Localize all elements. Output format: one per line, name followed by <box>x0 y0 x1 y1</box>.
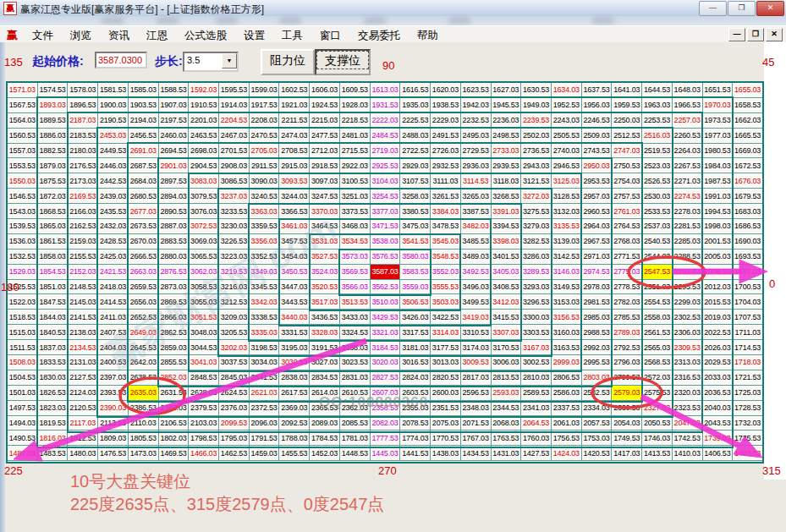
grid-cell[interactable]: 2691.03 <box>128 143 158 158</box>
grid-cell[interactable]: 3261.53 <box>431 189 461 204</box>
grid-cell[interactable]: 2978.03 <box>581 279 612 294</box>
grid-cell[interactable]: 1448.53 <box>339 446 370 461</box>
grid-cell[interactable]: 2211.53 <box>279 112 310 128</box>
grid-cell[interactable]: 3279.03 <box>521 219 552 234</box>
grid-cell[interactable]: 1994.53 <box>702 204 733 219</box>
grid-cell[interactable]: 2110.03 <box>128 415 158 431</box>
grid-cell[interactable]: 1970.03 <box>702 97 733 112</box>
grid-cell[interactable]: 1854.53 <box>37 264 68 279</box>
grid-cell[interactable]: 2460.03 <box>158 128 189 143</box>
grid-cell[interactable]: 2911.53 <box>249 158 279 173</box>
grid-cell[interactable]: 1609.53 <box>339 83 370 98</box>
grid-cell[interactable]: 3499.53 <box>460 294 491 310</box>
grid-cell[interactable]: 2502.03 <box>521 128 552 143</box>
grid-cell[interactable]: 3093.53 <box>279 173 310 189</box>
grid-cell[interactable]: 2775.03 <box>612 264 642 279</box>
minimize-button[interactable]: — <box>699 1 727 16</box>
grid-cell[interactable]: 1557.03 <box>8 143 38 158</box>
grid-cell[interactable]: 2621.03 <box>249 385 279 400</box>
grid-cell[interactable]: 1805.53 <box>128 431 158 446</box>
grid-cell[interactable]: 1445.03 <box>370 446 400 461</box>
grid-cell[interactable]: 3149.53 <box>551 279 581 294</box>
grid-cell[interactable]: 3583.53 <box>400 264 431 279</box>
grid-cell[interactable]: 1480.03 <box>68 446 98 461</box>
grid-cell[interactable]: 1595.53 <box>219 83 250 98</box>
grid-cell[interactable]: 3559.03 <box>400 279 431 294</box>
grid-cell[interactable]: 2047.03 <box>672 415 702 431</box>
grid-cell[interactable]: 1823.03 <box>37 400 68 415</box>
grid-cell[interactable]: 2456.53 <box>128 128 158 143</box>
grid-cell[interactable]: 2390.03 <box>98 400 129 415</box>
grid-cell[interactable]: 3265.03 <box>460 189 491 204</box>
grid-cell[interactable]: 1851.03 <box>37 279 68 294</box>
grid-cell[interactable]: 2981.53 <box>581 294 612 310</box>
grid-cell[interactable]: 2082.03 <box>370 415 400 431</box>
grid-cell[interactable]: 1592.03 <box>189 83 219 98</box>
grid-cell[interactable]: 1977.03 <box>702 128 733 143</box>
grid-cell[interactable]: 2246.53 <box>581 112 612 128</box>
grid-cell[interactable]: 1483.53 <box>37 446 68 461</box>
grid-cell[interactable]: 1952.53 <box>551 97 581 112</box>
grid-cell[interactable]: 2852.03 <box>158 370 189 385</box>
grid-cell[interactable]: 3104.03 <box>370 173 400 189</box>
grid-cell[interactable]: 3027.03 <box>310 355 340 370</box>
grid-cell[interactable]: 3321.03 <box>370 325 400 340</box>
grid-cell[interactable]: 1770.53 <box>431 431 461 446</box>
grid-cell[interactable]: 1700.53 <box>733 279 763 294</box>
grid-cell[interactable]: 2127.53 <box>68 370 98 385</box>
grid-cell[interactable]: 2036.53 <box>702 385 733 400</box>
grid-cell[interactable]: 2477.53 <box>310 128 340 143</box>
grid-cell[interactable]: 2729.53 <box>460 143 491 158</box>
grid-cell[interactable]: 1497.53 <box>8 400 38 415</box>
grid-cell[interactable]: 2817.03 <box>460 370 491 385</box>
grid-cell[interactable]: 2106.53 <box>158 415 189 431</box>
grid-cell[interactable]: 1725.03 <box>733 385 763 400</box>
grid-cell[interactable]: 2708.53 <box>279 143 310 158</box>
grid-cell[interactable]: 2841.53 <box>249 370 279 385</box>
grid-cell[interactable]: 1819.53 <box>37 415 68 431</box>
grid-cell[interactable]: 2099.53 <box>219 415 250 431</box>
grid-cell[interactable]: 2687.53 <box>128 158 158 173</box>
grid-cell[interactable]: 1613.03 <box>370 83 400 98</box>
grid-cell[interactable]: 2008.53 <box>702 264 733 279</box>
grid-cell[interactable]: 3076.03 <box>189 204 219 219</box>
grid-cell[interactable]: 3478.53 <box>431 219 461 234</box>
grid-cell[interactable]: 1543.03 <box>8 204 38 219</box>
grid-cell[interactable]: 1781.03 <box>339 431 370 446</box>
grid-cell[interactable]: 2600.03 <box>431 385 461 400</box>
grid-cell[interactable]: 3300.03 <box>521 310 552 325</box>
grid-cell[interactable]: 1893.03 <box>37 97 68 112</box>
key-price-cell[interactable]: 2579.03 <box>612 385 642 400</box>
grid-cell[interactable]: 2806.53 <box>551 370 581 385</box>
grid-cell[interactable]: 1413.53 <box>642 446 673 461</box>
grid-cell[interactable]: 3240.53 <box>249 189 279 204</box>
grid-cell[interactable]: 2971.03 <box>581 249 612 264</box>
grid-cell[interactable]: 3520.53 <box>310 279 340 294</box>
grid-cell[interactable]: 3128.53 <box>551 189 581 204</box>
grid-cell[interactable]: 2778.53 <box>612 279 642 294</box>
grid-cell[interactable]: 3016.53 <box>400 355 431 370</box>
grid-cell[interactable]: 2663.03 <box>128 264 158 279</box>
grid-cell[interactable]: 1665.53 <box>733 128 763 143</box>
grid-cell[interactable]: 1490.53 <box>8 431 38 446</box>
grid-cell[interactable]: 3338.53 <box>249 310 279 325</box>
grid-cell[interactable]: 2425.03 <box>98 249 129 264</box>
grid-cell[interactable]: 2012.03 <box>702 279 733 294</box>
grid-cell[interactable]: 3576.53 <box>370 249 400 264</box>
grid-cell[interactable]: 1966.53 <box>672 97 702 112</box>
grid-cell[interactable]: 2726.03 <box>431 143 461 158</box>
grid-cell[interactable]: 1900.03 <box>98 97 129 112</box>
grid-cell[interactable]: 1536.03 <box>8 233 38 249</box>
grid-cell[interactable]: 1578.03 <box>68 83 98 98</box>
grid-cell[interactable]: 2743.53 <box>581 143 612 158</box>
grid-cell[interactable]: 3086.53 <box>219 173 250 189</box>
mdi-restore-button[interactable]: ❐ <box>747 28 764 41</box>
grid-cell[interactable]: 2848.53 <box>189 370 219 385</box>
grid-cell[interactable]: 3090.03 <box>249 173 279 189</box>
grid-cell[interactable]: 3303.53 <box>521 325 552 340</box>
grid-cell[interactable]: 2453.03 <box>98 128 129 143</box>
close-button[interactable]: ✕ <box>756 1 784 16</box>
grid-cell[interactable]: 2124.03 <box>68 385 98 400</box>
grid-cell[interactable]: 3335.03 <box>249 325 279 340</box>
grid-cell[interactable]: 1903.53 <box>128 97 158 112</box>
